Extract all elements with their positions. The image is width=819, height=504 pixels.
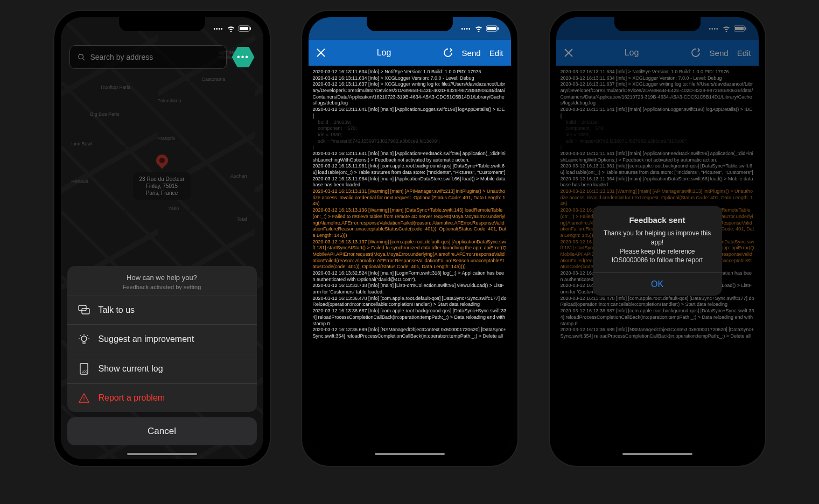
svg-point-3 [78,54,83,59]
battery-icon [486,25,499,32]
log-line: 2020-03-12 16:13:11.641 [Info] [main] [A… [313,151,507,163]
action-talk-to-us[interactable]: Talk to us [67,296,257,325]
home-indicator[interactable] [127,453,197,455]
action-report-problem[interactable]: Report a problem [67,384,257,412]
notch [367,17,453,31]
svg-point-7 [81,336,87,341]
send-button[interactable]: Send [462,48,481,58]
modal-message-line: Please keep the reference IOS0000086 to … [601,247,713,265]
cancel-button[interactable]: Cancel [67,417,257,445]
svg-line-9 [80,335,81,337]
phone-map-actionsheet: GymnaseFédération Castorama Rooftop Pari… [54,11,270,466]
log-content[interactable]: 2020-03-12 16:13:11.634 [Info] > NotifEy… [309,66,511,459]
nav-bar: Log Send Edit [309,40,511,66]
battery-icon [239,25,251,32]
action-label: Suggest an improvement [99,334,194,344]
log-line: build = 246839; [313,120,507,126]
log-line: 2020-03-12 16:13:11.964 [Info] [main] [A… [313,176,507,188]
log-line: 2020-03-12 16:13:32.524 [Info] [main] [L… [313,270,507,283]
sheet-title: How can we help you? [73,274,251,282]
svg-text:LOG: LOG [82,370,88,373]
close-button[interactable] [316,48,326,58]
svg-rect-13 [83,342,85,344]
log-line: ide = 1830; [313,132,507,138]
action-label: Report a problem [99,393,165,403]
log-line: component = 570; [313,125,507,132]
help-action-sheet: How can we help you? Feedback activated … [67,266,257,445]
log-line: 2020-03-12 16:13:36.478 [Info] [com.appl… [313,296,507,308]
sheet-subtitle: Feedback activated by setting [73,284,251,290]
log-line: 2020-03-12 16:13:11.634 [Info] > NotifEy… [313,69,507,75]
svg-point-17 [83,401,85,402]
log-line: 2020-03-12 16:13:36.687 [Info] [com.appl… [313,308,507,327]
log-line: 2020-03-12 16:13:11.637 [Info] > XCGLogg… [313,81,507,107]
svg-rect-5 [79,305,86,311]
modal-title: Feedback sent [601,215,713,225]
action-label: Talk to us [99,305,135,315]
signal-dots-icon: •••• [213,26,223,32]
svg-rect-2 [250,27,251,30]
wifi-icon [474,25,483,32]
notch [614,17,701,31]
log-line: 2020-03-12 16:13:13.136 [Warning] [main]… [313,207,507,239]
lightbulb-icon [78,333,90,345]
chat-icon [78,305,90,316]
modal-ok-button[interactable]: OK [593,272,722,296]
wifi-icon [227,25,235,32]
signal-dots-icon: •••• [461,26,471,32]
action-show-current-log[interactable]: LOG Show current log [67,354,257,384]
phone-log-view: •••• Log Send Edit 2020-03- [302,11,517,466]
log-line: 2020-03-12 16:13:13.137 [Warning] [com.a… [313,239,507,270]
action-suggest-improvement[interactable]: Suggest an improvement [67,325,257,354]
warning-triangle-icon [78,393,90,403]
search-input[interactable]: Search by address [69,45,227,69]
modal-ok-label: OK [651,279,663,289]
svg-rect-19 [487,27,496,30]
edit-button[interactable]: Edit [489,48,503,58]
log-line: 2020-03-12 16:13:11.634 [Info] > XCGLogg… [313,75,507,82]
svg-rect-1 [240,27,248,30]
log-file-icon: LOG [78,363,90,375]
ellipsis-icon: ••• [237,52,249,62]
action-label: Show current log [99,364,163,374]
log-line: 2020-03-12 16:13:11.641 [Info] [main] [A… [313,107,507,119]
log-line: 2020-03-12 16:13:33.738 [Info] [main] [L… [313,283,507,295]
home-indicator[interactable] [622,453,692,455]
search-icon [78,53,85,61]
log-line: sdk = "master@742.f236971.f027982.a3b0ce… [313,138,507,145]
feedback-sent-modal: Feedback sent Thank you for helping us i… [593,206,722,296]
svg-rect-6 [82,309,89,314]
log-line: 2020-03-12 16:13:11.961 [Info] [com.appl… [313,163,507,176]
notch [119,17,205,31]
log-line: 2020-03-12 16:13:13.131 [Warning] [main]… [313,188,507,207]
modal-message-line: Thank you for helping us improve this ap… [601,229,713,247]
phone-log-feedback-modal: •••• Log Send Edit 2020-03- [550,11,765,466]
home-indicator[interactable] [375,453,445,455]
cancel-label: Cancel [148,426,176,436]
svg-line-10 [87,335,88,337]
refresh-button[interactable] [443,47,453,58]
menu-hex-button[interactable]: ••• [232,46,255,68]
svg-line-4 [82,59,85,61]
nav-title: Log [377,48,391,58]
log-line: } [313,144,507,151]
search-placeholder: Search by address [90,53,153,61]
sheet-header: How can we help you? Feedback activated … [67,266,257,296]
log-line: 2020-03-12 16:13:36.689 [Info] [NSManage… [313,327,507,339]
svg-rect-20 [498,27,499,30]
